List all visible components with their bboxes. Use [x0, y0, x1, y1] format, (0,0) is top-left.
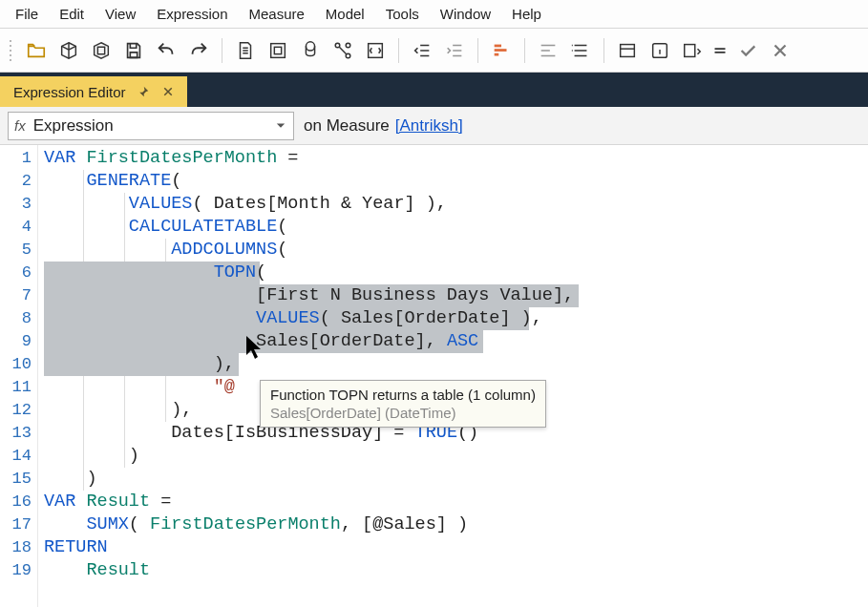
relationship-icon[interactable] [328, 35, 358, 66]
save-cube-icon[interactable] [86, 35, 116, 66]
select-all-icon[interactable] [263, 35, 293, 66]
line-number: 4 [0, 216, 32, 239]
line-number: 5 [0, 239, 32, 262]
line-number: 2 [0, 170, 32, 193]
code-line[interactable]: [First N Business Days Value], [44, 284, 868, 307]
line-number: 9 [0, 330, 32, 353]
svg-rect-8 [495, 49, 507, 52]
code-line[interactable]: GENERATE( [44, 170, 868, 193]
line-number: 18 [0, 536, 32, 559]
redo-icon[interactable] [183, 35, 214, 66]
code-editor[interactable]: 12345678910111213141516171819 VAR FirstD… [0, 145, 868, 607]
table-icon[interactable] [295, 35, 326, 66]
line-number: 10 [0, 353, 32, 376]
svg-rect-1 [274, 47, 281, 53]
code-line[interactable]: VAR Result = [44, 491, 868, 513]
save-icon[interactable] [118, 35, 149, 66]
code-line[interactable]: VALUES( Sales[OrderDate] ), [44, 307, 868, 330]
intellisense-tooltip: Function TOPN returns a table (1 column)… [260, 380, 546, 428]
execute-dropdown-icon[interactable] [677, 35, 708, 66]
line-number: 14 [0, 445, 32, 468]
tooltip-line1: Function TOPN returns a table (1 column) [270, 387, 536, 403]
svg-rect-12 [685, 44, 695, 56]
menu-tools[interactable]: Tools [376, 2, 429, 26]
context-prefix: on Measure [304, 116, 390, 135]
svg-point-3 [335, 43, 340, 48]
context-label: on Measure[Antriksh] [304, 116, 463, 136]
panel-icon[interactable] [612, 35, 643, 66]
pin-icon[interactable] [136, 84, 151, 99]
code-line[interactable]: ) [44, 445, 868, 468]
menu-model[interactable]: Model [316, 2, 374, 26]
deploy-cube-icon[interactable] [53, 35, 84, 66]
code-line[interactable]: ) [44, 468, 868, 491]
align-icon[interactable] [533, 35, 563, 66]
menu-help[interactable]: Help [502, 2, 551, 26]
toolbar-separator [222, 38, 222, 63]
line-number: 7 [0, 284, 32, 307]
code-line[interactable]: ), [44, 353, 868, 376]
line-number: 12 [0, 399, 32, 422]
code-line[interactable]: RETURN [44, 536, 868, 559]
code-line[interactable]: ADDCOLUMNS( [44, 239, 868, 262]
menu-file[interactable]: File [6, 2, 48, 26]
menu-expression[interactable]: Expression [147, 2, 237, 26]
svg-rect-9 [495, 52, 499, 55]
menu-measure[interactable]: Measure [239, 2, 313, 26]
line-number: 15 [0, 468, 32, 491]
cancel-x-icon[interactable] [765, 35, 795, 66]
tooltip-line2: Sales[OrderDate] (DateTime) [270, 405, 536, 421]
equals-icon[interactable] [709, 35, 730, 66]
toolbar [0, 29, 868, 73]
toolbar-separator [524, 38, 525, 63]
svg-rect-10 [621, 44, 635, 56]
formula-bar: fx Expression on Measure[Antriksh] [0, 107, 868, 145]
svg-point-2 [306, 41, 314, 50]
toolbar-separator [477, 38, 478, 63]
line-number: 13 [0, 422, 32, 445]
outdent-icon[interactable] [407, 35, 437, 66]
line-number: 6 [0, 262, 32, 284]
code-line[interactable]: VALUES( Dates[Month & Year] ), [44, 193, 868, 216]
toolbar-grip [6, 33, 15, 68]
svg-point-5 [346, 43, 350, 48]
menu-edit[interactable]: Edit [50, 2, 94, 26]
line-number-gutter: 12345678910111213141516171819 [0, 145, 38, 607]
close-icon[interactable] [160, 84, 176, 99]
script-icon[interactable] [360, 35, 391, 66]
code-area[interactable]: VAR FirstDatesPerMonth = GENERATE( VALUE… [38, 145, 868, 582]
menu-view[interactable]: View [95, 2, 145, 26]
line-number: 16 [0, 491, 32, 513]
menu-window[interactable]: Window [431, 2, 500, 26]
tab-title: Expression Editor [13, 84, 126, 100]
line-number: 11 [0, 376, 32, 399]
chevron-down-icon[interactable] [274, 121, 287, 131]
code-line[interactable]: SUMX( FirstDatesPerMonth, [@Sales] ) [44, 513, 868, 536]
collapse-icon[interactable] [565, 35, 596, 66]
indent-icon[interactable] [439, 35, 470, 66]
undo-icon[interactable] [151, 35, 181, 66]
toolbar-separator [398, 38, 399, 63]
code-line[interactable]: Sales[OrderDate], ASC [44, 330, 868, 353]
open-folder-icon[interactable] [21, 35, 52, 66]
line-number: 8 [0, 307, 32, 330]
svg-rect-0 [271, 43, 286, 57]
menu-bar: File Edit View Expression Measure Model … [0, 0, 868, 29]
accept-check-icon[interactable] [732, 35, 763, 66]
svg-rect-7 [495, 44, 501, 47]
line-number: 1 [0, 147, 32, 170]
mouse-cursor-icon [243, 334, 265, 364]
document-icon[interactable] [230, 35, 261, 66]
property-dropdown[interactable]: fx Expression [8, 112, 294, 140]
code-line[interactable]: Result [44, 559, 868, 582]
info-icon[interactable] [645, 35, 675, 66]
tab-strip: Expression Editor [0, 73, 868, 107]
format-dax-icon[interactable] [486, 35, 517, 66]
property-value: Expression [33, 116, 266, 136]
tab-expression-editor[interactable]: Expression Editor [0, 76, 187, 107]
svg-point-4 [346, 53, 350, 58]
code-line[interactable]: CALCULATETABLE( [44, 216, 868, 239]
code-line[interactable]: VAR FirstDatesPerMonth = [44, 147, 868, 170]
code-line[interactable]: TOPN( [44, 262, 868, 284]
context-measure-link[interactable]: [Antriksh] [395, 116, 463, 135]
